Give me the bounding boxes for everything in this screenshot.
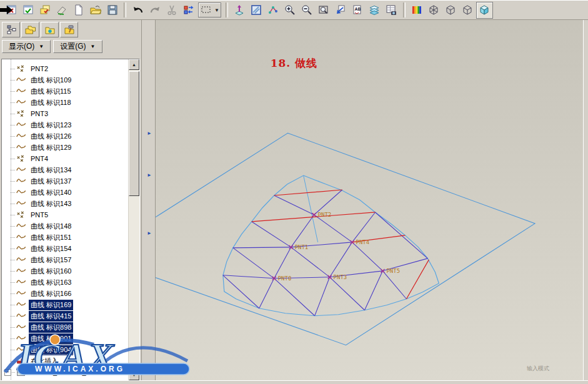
tree-item[interactable]: 曲线 标识134: [2, 164, 129, 175]
tree-item[interactable]: PNT5: [2, 209, 129, 220]
tree-item[interactable]: 曲线 标识137: [2, 175, 129, 187]
tree-item-label: 曲线 标识137: [29, 176, 73, 187]
view-manager-button[interactable]: [383, 2, 400, 19]
shaded-button[interactable]: [476, 2, 493, 19]
tree-item[interactable]: PNT2: [2, 63, 129, 74]
tree-item[interactable]: PNT4: [2, 153, 129, 164]
tree-item-label: 曲线 标识109: [29, 75, 73, 86]
refit-button[interactable]: [316, 2, 332, 19]
saved-views-button[interactable]: AB: [349, 2, 366, 19]
tree-item[interactable]: 曲线 标识143: [2, 198, 129, 209]
repaint-button[interactable]: [248, 2, 265, 19]
toolbar-separator: [226, 2, 228, 17]
tree-scrollbar[interactable]: ▲ ▼: [128, 59, 139, 380]
appearance-gallery-button[interactable]: [409, 2, 426, 19]
splitter-collapse-icon[interactable]: ►: [147, 130, 153, 137]
layers-button[interactable]: [366, 2, 383, 19]
cut-icon: [166, 4, 178, 16]
zoom-out-button[interactable]: [299, 2, 316, 19]
reorient-view-button[interactable]: [332, 2, 349, 19]
tree-item[interactable]: 曲线 标识154: [2, 243, 129, 254]
datum-display-button[interactable]: [231, 2, 248, 19]
mesh-curve: [330, 277, 365, 310]
model-tree-tab[interactable]: [2, 22, 20, 37]
close-window-button[interactable]: [2, 2, 19, 19]
scroll-down-button[interactable]: ▼: [129, 370, 139, 380]
tree-item-label: 曲线 标识123: [29, 120, 73, 130]
curve-icon: [16, 87, 27, 96]
splitter-collapse-icon[interactable]: ►: [147, 172, 153, 179]
curve-icon: [16, 143, 27, 152]
tree-item-label: 曲线 标识140: [29, 187, 73, 198]
activate-window-button[interactable]: [19, 2, 36, 19]
new-file-button[interactable]: [70, 2, 87, 19]
open-file-button[interactable]: [87, 2, 104, 19]
tree-item[interactable]: 曲线 标识904: [2, 344, 129, 355]
tree-item-label: PNT5: [29, 210, 50, 219]
curve-icon: [16, 199, 27, 208]
curve-icon: [16, 267, 27, 275]
tree-item[interactable]: 曲线 标识169: [2, 299, 129, 310]
folder-browser-tab[interactable]: [21, 22, 39, 37]
tree-item[interactable]: 曲线 标识901: [2, 333, 129, 344]
tree-toolbar: 显示(O) ▼ 设置(G) ▼: [0, 39, 141, 55]
tree-item[interactable]: 曲线 标识160: [2, 265, 129, 277]
mesh-curve: [330, 242, 352, 277]
curve-icon: [16, 132, 27, 140]
hidden-line-icon: [444, 4, 457, 16]
model-player-button[interactable]: [180, 2, 197, 19]
group-icon: [16, 368, 27, 377]
mesh-curve: [252, 222, 291, 247]
tree-item[interactable]: 曲线 标识157: [2, 254, 129, 265]
cut-button[interactable]: [163, 2, 180, 19]
zoom-out-icon: [301, 4, 313, 16]
utilities-tab[interactable]: [60, 22, 78, 37]
tree-item-label: PNT2: [29, 64, 50, 73]
scrollbar-thumb[interactable]: [129, 71, 139, 196]
undo-button[interactable]: [129, 2, 146, 19]
panel-splitter[interactable]: ► ► ►: [141, 20, 155, 384]
show-menu-button[interactable]: 显示(O) ▼: [2, 40, 51, 53]
datum-points-button[interactable]: [265, 2, 282, 19]
tree-item[interactable]: 曲线 标识898: [2, 322, 129, 333]
save-file-button[interactable]: [104, 2, 121, 19]
splitter-collapse-icon[interactable]: ►: [147, 230, 153, 237]
tree-item[interactable]: 曲线 标识129: [2, 142, 129, 153]
tree-item[interactable]: 曲线 标识151: [2, 232, 129, 243]
tree-item[interactable]: 曲线 标识415: [2, 310, 129, 322]
redo-button[interactable]: [146, 2, 163, 19]
no-hidden-line-button[interactable]: [459, 2, 476, 19]
undo-icon: [132, 4, 144, 16]
hidden-line-button[interactable]: [442, 2, 459, 19]
erase-display-button[interactable]: [53, 2, 70, 19]
tree-item[interactable]: 曲线 标识118: [2, 97, 129, 108]
tree-item[interactable]: PNT3: [2, 108, 129, 119]
graphics-viewport[interactable]: PNT0PNT1PNT2PNT3PNT4PNT518. 做线输入模式: [155, 20, 583, 381]
scroll-up-icon: ▲: [132, 62, 136, 67]
tree-item[interactable]: 曲线 标识166: [2, 288, 129, 299]
tree-item[interactable]: 曲线 标识109: [2, 74, 129, 86]
datum-point-marker: [312, 213, 316, 217]
scroll-up-button[interactable]: ▲: [129, 59, 139, 70]
tree-item[interactable]: 曲线 标识148: [2, 220, 129, 232]
tree-item[interactable]: 曲线 标识123: [2, 119, 129, 130]
datum-display-icon: [233, 4, 246, 16]
scroll-down-icon: ▼: [132, 373, 136, 377]
toolbar-separator: [403, 2, 406, 17]
curve-icon: [16, 165, 27, 174]
tree-expander-icon[interactable]: +: [4, 369, 11, 376]
tree-item[interactable]: 曲线 标识126: [2, 130, 129, 142]
tree-item-label: 曲线 标识148: [29, 221, 73, 232]
selection-filter-button[interactable]: ▼: [198, 2, 221, 17]
tree-item[interactable]: 曲线 标识140: [2, 187, 129, 198]
curve-icon: [16, 233, 27, 242]
cascade-windows-button[interactable]: [36, 2, 53, 19]
tree-item[interactable]: +LOCAL_GROUP_1: [2, 367, 129, 378]
tree-item[interactable]: 在此插入: [2, 355, 129, 367]
favorites-tab[interactable]: [41, 22, 59, 37]
tree-item[interactable]: 曲线 标识115: [2, 86, 129, 97]
tree-item[interactable]: 曲线 标识163: [2, 277, 129, 288]
settings-menu-button[interactable]: 设置(G) ▼: [53, 40, 102, 53]
zoom-in-button[interactable]: [282, 2, 299, 19]
wireframe-button[interactable]: [426, 2, 442, 19]
